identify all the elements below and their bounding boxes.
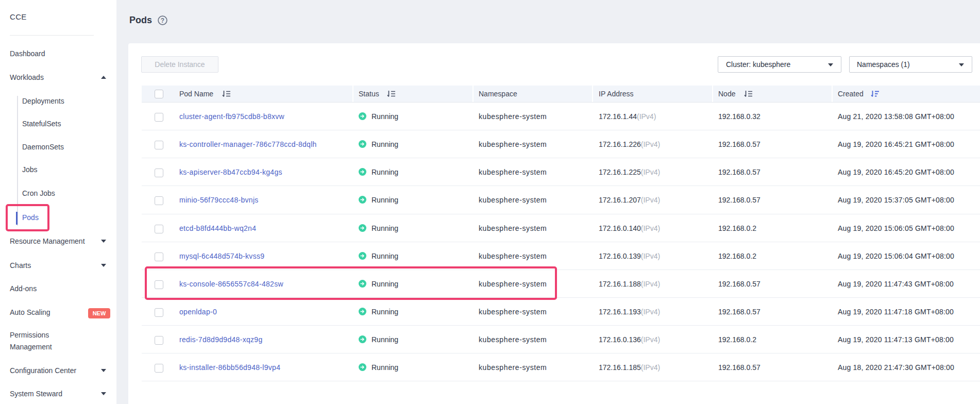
- svg-text:?: ?: [161, 17, 164, 24]
